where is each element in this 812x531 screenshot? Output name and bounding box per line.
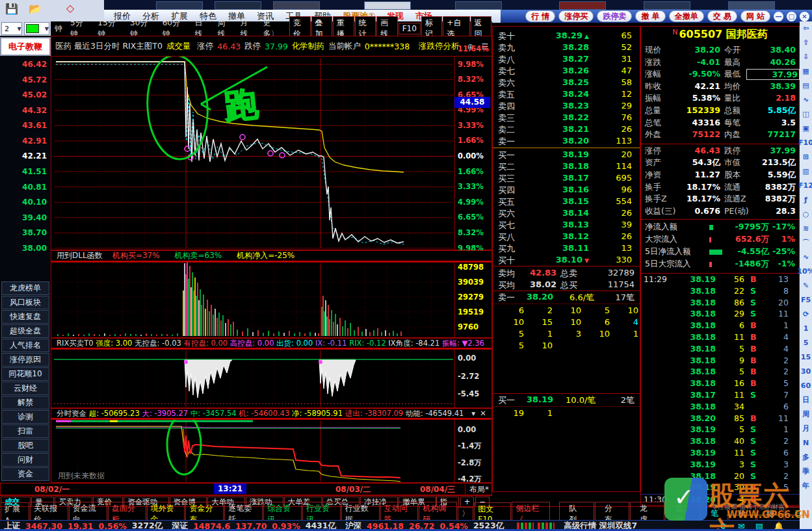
period-tab-钟[interactable]: 钟 xyxy=(51,23,66,34)
tick-row[interactable]: 38.185B2 xyxy=(641,367,799,378)
sidebar-item-超级全盘[interactable]: 超级全盘 xyxy=(1,324,49,338)
tick-row[interactable]: 38.1822S8 xyxy=(641,286,799,297)
sidebar-item-股吧[interactable]: 股吧 xyxy=(1,439,49,452)
right-toolbar-F10[interactable]: F10 xyxy=(798,136,812,150)
titlebar-button[interactable]: 交 易 xyxy=(707,10,737,22)
tick-row[interactable]: 38.1816B5 xyxy=(641,378,799,389)
layout-label[interactable]: 布局* xyxy=(465,484,489,495)
tick-row[interactable]: 38.1711S7 xyxy=(641,390,799,401)
sidebar-item-风口板块[interactable]: 风口板块 xyxy=(1,296,49,309)
right-toolbar-≋[interactable]: ≋ xyxy=(803,222,809,236)
buy-level-row[interactable]: 买四38.1696 xyxy=(493,185,640,196)
intraday-main-chart[interactable]: 跑11.64%9.98%8.32%6.65%4.99%3.33%1.66%0.0… xyxy=(51,56,492,250)
close-button[interactable]: ✕ xyxy=(800,12,809,21)
right-toolbar-∿[interactable]: ∿ xyxy=(803,250,809,265)
right-toolbar-▣[interactable]: ▣ xyxy=(802,122,809,136)
right-tab-笔[interactable]: 笔 xyxy=(701,507,728,521)
right-toolbar-∿[interactable]: ∿ xyxy=(803,93,809,107)
right-toolbar-15[interactable]: 15 xyxy=(801,350,811,365)
right-toolbar-多[interactable]: 多 xyxy=(802,450,809,465)
right-toolbar-N[interactable]: N xyxy=(803,436,809,450)
sidebar-item-龙虎榜单[interactable]: 龙虎榜单 xyxy=(1,281,49,295)
taskbar-window-thumb[interactable] xyxy=(156,1,203,10)
right-toolbar-F12[interactable]: F12 xyxy=(798,179,812,193)
sell-level-row[interactable]: 卖三38.2276 xyxy=(493,112,640,124)
sidebar-item-同花顺10[interactable]: 同花顺10 xyxy=(1,367,49,381)
titlebar-button[interactable]: 撤 单 xyxy=(635,10,665,22)
sell-level-row[interactable]: 卖一38.20113 xyxy=(493,136,640,148)
sidebar-item-扫雷[interactable]: 扫雷 xyxy=(1,424,49,438)
line-color-select[interactable]: ▼ xyxy=(24,22,49,35)
buy-level-row[interactable]: 买二38.18114 xyxy=(493,161,640,173)
tick-row[interactable]: 38.186B1 xyxy=(641,320,799,331)
diamond-tool-icon[interactable]: ◇ xyxy=(66,2,74,14)
sidebar-item-人气排名[interactable]: 人气排名 xyxy=(1,339,49,352)
buy-level-row[interactable]: 买八38.1226 xyxy=(493,231,640,243)
right-toolbar-ƒ[interactable]: ƒ xyxy=(804,193,807,207)
right-toolbar-F5[interactable]: F5 xyxy=(801,293,811,307)
tick-row[interactable]: 38.195S1 xyxy=(641,424,799,435)
volume-panel[interactable]: 487983903929279195199760 xyxy=(51,262,492,338)
sell-level-row[interactable]: 卖二38.2126 xyxy=(493,124,640,136)
function-tab-〉[interactable]: 〉 xyxy=(458,507,473,521)
tick-row[interactable]: 38.189B2 xyxy=(641,356,799,367)
titlebar-button[interactable]: 跌停卖 xyxy=(597,10,632,22)
electronic-pointer-button[interactable]: 电子教鞭 xyxy=(0,37,51,56)
right-toolbar-60[interactable]: 60 xyxy=(801,379,811,393)
fund-header-icons[interactable]: ▾ ✕ xyxy=(471,409,486,418)
tick-row[interactable]: 38.193S3 xyxy=(641,460,799,471)
sidebar-item-云财经[interactable]: 云财经 xyxy=(1,382,49,395)
taskbar-window-thumb[interactable] xyxy=(559,1,606,10)
tick-row[interactable]: 38.1811B4 xyxy=(641,332,799,343)
tick-row[interactable]: 11:2938.1956B13 xyxy=(641,274,799,285)
sidebar-item-快速复盘[interactable]: 快速复盘 xyxy=(1,310,49,324)
buy-level-row[interactable]: 买十38.10 ▼330 xyxy=(493,255,640,266)
right-toolbar-✎[interactable]: ✎ xyxy=(803,279,809,293)
right-toolbar-⌒[interactable]: ⌒ xyxy=(802,236,809,250)
right-toolbar-5[interactable]: 5 xyxy=(804,336,809,350)
right-toolbar-▥[interactable]: ▥ xyxy=(802,164,809,179)
buy-level-row[interactable]: 买六38.1426 xyxy=(493,208,640,220)
right-toolbar-年[interactable]: 年 xyxy=(802,479,809,493)
taskbar-window-thumb[interactable] xyxy=(728,1,775,10)
sell-level-row[interactable]: 卖五38.2412 xyxy=(493,89,640,101)
right-toolbar-⇦[interactable]: ⇦ xyxy=(803,21,809,36)
right-toolbar-周[interactable]: 周 xyxy=(802,408,809,422)
maximize-button[interactable]: □ xyxy=(787,12,796,21)
rix-indicator-panel[interactable]: ✏0.00-2.72-5.45 xyxy=(51,349,492,408)
right-toolbar-日[interactable]: 日 xyxy=(802,393,809,408)
tick-row[interactable]: 38.1840S2 xyxy=(641,436,799,447)
tick-row[interactable]: 38.1930B5 xyxy=(641,482,799,493)
right-toolbar-◫[interactable]: ◫ xyxy=(802,107,809,122)
right-toolbar-月[interactable]: 月 xyxy=(802,422,809,436)
tick-row[interactable]: 38.1886S20 xyxy=(641,298,799,309)
taskbar-window-thumb[interactable] xyxy=(215,1,261,10)
tick-row[interactable]: 38.1820S2 xyxy=(641,471,799,482)
titlebar-button[interactable]: 网 站 xyxy=(740,10,770,22)
right-toolbar-▦[interactable]: ▦ xyxy=(802,64,809,79)
right-toolbar-○[interactable]: ○ xyxy=(803,207,809,222)
fund-flow-panel[interactable]: 用到未来数据 0.00-1.4万-2.8万-4.2万 xyxy=(51,419,492,483)
tick-row[interactable]: 38.18346 xyxy=(641,402,799,413)
bottom-tab-extra[interactable]: + xyxy=(460,497,475,507)
sidebar-item-解禁[interactable]: 解禁 xyxy=(1,396,49,409)
right-toolbar-⟳[interactable]: ⟳ xyxy=(803,307,809,322)
right-toolbar-⇩[interactable]: ⇩ xyxy=(803,50,809,64)
right-toolbar-1[interactable]: 1 xyxy=(804,322,809,336)
titlebar-button[interactable]: 全撤单 xyxy=(669,10,704,22)
sell-level-row[interactable]: 卖四38.2329 xyxy=(493,101,640,112)
right-tab-价[interactable]: 价 xyxy=(729,507,756,521)
action-button-F10[interactable]: F10 xyxy=(399,23,421,34)
taskbar-window-thumb[interactable] xyxy=(364,1,411,10)
buy-level-row[interactable]: 买九38.1113 xyxy=(493,243,640,255)
right-tab-细[interactable]: 细 xyxy=(757,507,784,521)
buy-level-row[interactable]: 买五38.15554 xyxy=(493,196,640,208)
sidebar-item-诊测[interactable]: 诊测 xyxy=(1,410,49,424)
sidebar-item-问财[interactable]: 问财 xyxy=(1,453,49,467)
minimize-button[interactable]: — xyxy=(774,12,783,21)
sidebar-item-涨停原因[interactable]: 涨停原因 xyxy=(1,353,49,367)
tick-row[interactable]: 38.2085B11 xyxy=(641,413,799,424)
tick-row[interactable]: 38.1829S11 xyxy=(641,309,799,320)
taskbar-window-thumb[interactable] xyxy=(273,1,320,10)
save-icon[interactable]: 💾 xyxy=(5,3,18,15)
